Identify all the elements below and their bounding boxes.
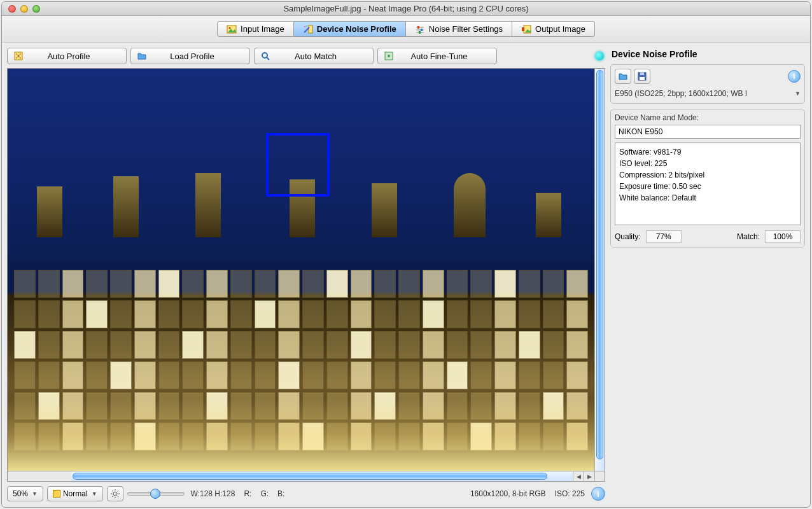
svg-rect-12 [522, 27, 524, 31]
button-label: Load Profile [154, 52, 244, 61]
horizontal-scroll-thumb[interactable] [73, 473, 547, 480]
svg-line-26 [117, 491, 118, 492]
folder-open-icon [136, 50, 148, 62]
main-tabs: Input Image Device Noise Profile Noise F… [2, 16, 810, 43]
titlebar: SampleImageFull.jpg - Neat Image Pro (64… [2, 2, 810, 16]
quality-label: Quality: [615, 232, 641, 241]
chevron-down-icon: ▼ [92, 491, 97, 497]
floppy-save-icon [638, 72, 647, 81]
zoom-value: 50% [13, 489, 28, 498]
zoom-dropdown[interactable]: 50% ▼ [7, 486, 43, 501]
meta-compression: Compression: 2 bits/pixel [619, 169, 796, 181]
sun-icon [111, 489, 120, 498]
open-profile-button[interactable] [615, 69, 631, 84]
info-icon: i [793, 72, 795, 81]
finetune-icon [383, 50, 395, 62]
svg-rect-8 [417, 26, 419, 29]
image-canvas[interactable] [8, 69, 594, 471]
left-pane: Auto Profile Load Profile Auto Match [7, 48, 605, 502]
svg-rect-9 [421, 29, 423, 31]
scroll-right-button[interactable]: ▶ [584, 471, 594, 481]
profile-select[interactable]: E950 (ISO225; 2bpp; 1600x1200; WB I ▼ [615, 88, 801, 99]
wand-icon [303, 25, 313, 34]
output-image-icon [521, 25, 531, 34]
profile-summary: E950 (ISO225; 2bpp; 1600x1200; WB I [615, 89, 747, 98]
window-title: SampleImageFull.jpg - Neat Image Pro (64… [2, 4, 810, 13]
vertical-scrollbar[interactable] [594, 69, 605, 471]
image-icon [227, 25, 237, 34]
meta-software: Software: v981-79 [619, 146, 796, 158]
save-profile-button[interactable] [634, 69, 650, 84]
svg-line-24 [117, 496, 118, 498]
status-bar: 50% ▼ Normal ▼ W:128 H:128 R: [7, 485, 605, 502]
auto-profile-button[interactable]: Auto Profile [7, 48, 127, 64]
device-name-label: Device Name and Mode: [615, 113, 801, 122]
pixel-g: G: [258, 489, 271, 498]
auto-profile-icon [13, 50, 24, 62]
tab-label: Device Noise Profile [317, 24, 396, 34]
status-indicator [595, 52, 604, 60]
tab-label: Noise Filter Settings [429, 24, 503, 34]
load-profile-button[interactable]: Load Profile [130, 48, 250, 64]
tab-label: Output Image [535, 24, 585, 34]
button-label: Auto Fine-Tune [401, 52, 491, 61]
tab-device-noise-profile[interactable]: Device Noise Profile [294, 21, 406, 37]
content-area: Auto Profile Load Profile Auto Match [2, 43, 810, 507]
iso-readout: ISO: 225 [552, 489, 587, 498]
tab-label: Input Image [241, 24, 284, 34]
tab-noise-filter-settings[interactable]: Noise Filter Settings [406, 21, 512, 37]
slider-knob[interactable] [150, 489, 160, 499]
viewmode-dropdown[interactable]: Normal ▼ [47, 486, 103, 501]
brightness-slider[interactable] [127, 492, 185, 496]
svg-point-17 [388, 55, 390, 57]
svg-line-15 [267, 57, 269, 60]
profile-file-section: i E950 (ISO225; 2bpp; 1600x1200; WB I ▼ [610, 64, 805, 104]
magnifier-icon [260, 50, 271, 62]
svg-line-23 [112, 491, 113, 492]
tab-input-image[interactable]: Input Image [217, 21, 294, 37]
selection-size: W:128 H:128 [188, 489, 238, 498]
horizontal-scrollbar[interactable] [71, 471, 573, 481]
svg-point-18 [113, 492, 117, 496]
svg-rect-28 [640, 73, 644, 75]
svg-point-4 [306, 25, 307, 27]
auto-finetune-button[interactable]: Auto Fine-Tune [377, 48, 497, 64]
match-label: Match: [737, 232, 760, 241]
brightness-button[interactable] [107, 486, 123, 501]
viewmode-swatch-icon [53, 490, 60, 498]
image-info: 1600x1200, 8-bit RGB [468, 489, 549, 498]
svg-point-3 [304, 26, 305, 27]
panel-title: Device Noise Profile [610, 48, 805, 64]
device-name-input[interactable] [615, 125, 801, 139]
profile-toolbar: Auto Profile Load Profile Auto Match [7, 48, 605, 64]
vertical-scroll-thumb[interactable] [596, 70, 603, 459]
tab-output-image[interactable]: Output Image [512, 21, 595, 37]
info-icon: i [597, 489, 599, 499]
meta-white-balance: White balance: Default [619, 192, 796, 204]
info-button[interactable]: i [591, 487, 605, 501]
svg-rect-2 [309, 25, 312, 33]
device-metadata: Software: v981-79 ISO level: 225 Compres… [615, 143, 801, 225]
button-label: Auto Profile [31, 52, 121, 61]
folder-open-icon [618, 72, 628, 81]
device-info-section: Device Name and Mode: Software: v981-79 … [610, 109, 805, 248]
svg-rect-29 [640, 77, 645, 80]
image-viewer: ◀ ▶ [7, 68, 605, 482]
button-label: Auto Match [277, 52, 368, 61]
svg-point-14 [262, 53, 267, 58]
app-window: SampleImageFull.jpg - Neat Image Pro (64… [1, 1, 811, 508]
sliders-icon [415, 25, 425, 34]
auto-match-button[interactable]: Auto Match [254, 48, 374, 64]
scroll-left-button[interactable]: ◀ [573, 471, 584, 481]
selection-rectangle[interactable] [266, 133, 330, 197]
viewmode-value: Normal [63, 489, 88, 498]
panel-info-button[interactable]: i [788, 70, 801, 83]
meta-exposure: Exposure time: 0.50 sec [619, 181, 796, 192]
pixel-r: R: [241, 489, 254, 498]
svg-point-1 [229, 27, 231, 29]
pixel-b: B: [275, 489, 287, 498]
right-panel: Device Noise Profile i [610, 48, 805, 502]
match-value: 100% [765, 230, 801, 243]
svg-rect-10 [419, 31, 421, 34]
chevron-down-icon: ▼ [32, 491, 38, 497]
